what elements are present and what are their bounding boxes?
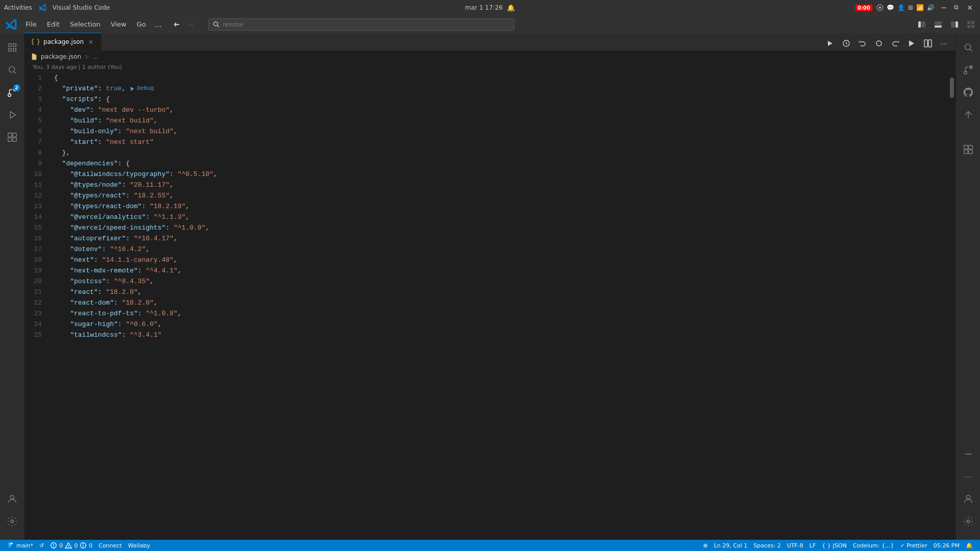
right-source-control-icon[interactable]: [958, 60, 978, 80]
line-num-10: 10: [24, 169, 46, 180]
status-prettier[interactable]: ✓ Prettier: [897, 540, 930, 551]
tab-filename: package.json: [43, 38, 84, 45]
title-bar: Activities Visual Studio Code mar 1 17:2…: [0, 0, 980, 15]
status-connect[interactable]: Connect: [95, 540, 125, 551]
status-zoom[interactable]: ⊕: [700, 540, 710, 551]
right-minus-icon[interactable]: [958, 444, 978, 464]
line-num-12: 12: [24, 190, 46, 201]
layout-customize[interactable]: [964, 17, 978, 32]
activities-label[interactable]: Activities: [4, 4, 32, 11]
menu-selection[interactable]: Selection: [65, 18, 106, 30]
activity-search[interactable]: [2, 60, 22, 80]
line-num-14: 14: [24, 212, 46, 222]
code-content[interactable]: { "private": true, Debug "scripts": { "d…: [50, 72, 948, 540]
activity-extensions[interactable]: [2, 127, 22, 147]
right-layout-icon[interactable]: [958, 139, 978, 160]
activity-bottom: [2, 489, 22, 536]
layout-sidebar-right[interactable]: [947, 17, 962, 32]
status-wallaby[interactable]: Wallaby: [125, 540, 153, 551]
sync-icon: ↺: [39, 542, 44, 549]
status-cursor[interactable]: Ln 29, Col 1: [711, 540, 751, 551]
wallaby-label: Wallaby: [128, 542, 150, 549]
split-editor-button[interactable]: [921, 36, 935, 51]
line-num-5: 5: [24, 115, 46, 126]
right-github-icon[interactable]: [958, 82, 978, 103]
code-editor[interactable]: 1 2 3 4 5 6 7 8 9 10 11 12 13 14 15 16 1…: [24, 72, 955, 540]
activity-settings[interactable]: [2, 511, 22, 532]
code-line-21: "react": "18.2.0",: [54, 287, 948, 297]
activity-accounts[interactable]: [2, 489, 22, 509]
svg-rect-2: [918, 21, 921, 28]
menu-edit[interactable]: Edit: [42, 18, 65, 30]
activity-run[interactable]: [2, 105, 22, 125]
title-bar-right: 0:00 💬 👤 ⊞ 📶 🔊 ─ ⧉ ✕: [855, 4, 976, 12]
minimize-btn[interactable]: ─: [939, 4, 949, 12]
svg-rect-24: [928, 40, 932, 47]
timeline-button[interactable]: [839, 36, 853, 51]
svg-point-22: [876, 41, 881, 46]
code-line-14: "@vercel/analytics": "^1.1.3",: [54, 212, 948, 222]
status-eol[interactable]: LF: [806, 540, 819, 551]
menu-go[interactable]: Go: [132, 18, 151, 30]
right-accounts-icon[interactable]: [958, 489, 978, 509]
line-num-3: 3: [24, 94, 46, 105]
editor-more-button[interactable]: ⋯: [937, 36, 951, 51]
right-deploy-icon[interactable]: [958, 105, 978, 125]
line-num-11: 11: [24, 180, 46, 190]
status-notification[interactable]: 🔔: [963, 540, 976, 551]
tab-package-json[interactable]: { } package.json ×: [24, 33, 102, 51]
right-search-icon[interactable]: [958, 37, 978, 58]
git-blame: You, 3 days ago | 1 author (You): [24, 62, 955, 72]
status-language[interactable]: { } JSON: [819, 540, 850, 551]
restore-btn[interactable]: ⧉: [951, 4, 962, 12]
redo-button[interactable]: [888, 36, 902, 51]
scrollbar-thumb[interactable]: [950, 78, 954, 98]
breadcrumb-file[interactable]: package.json: [41, 53, 81, 60]
chrome-icon: [876, 4, 884, 11]
nav-back-button[interactable]: [169, 17, 184, 32]
menu-more-button[interactable]: ...: [151, 18, 165, 31]
svg-point-20: [11, 520, 14, 523]
status-encoding[interactable]: UTF-8: [784, 540, 806, 551]
run-file-button[interactable]: [823, 36, 837, 51]
layout-panel-bottom[interactable]: [931, 17, 945, 32]
line-num-23: 23: [24, 308, 46, 319]
status-branch[interactable]: main*: [4, 540, 36, 551]
activity-source-control[interactable]: 2: [2, 82, 22, 103]
line-num-24: 24: [24, 319, 46, 330]
right-settings-icon[interactable]: [958, 511, 978, 532]
nav-forward-button[interactable]: [184, 17, 198, 32]
search-bar[interactable]: [208, 18, 514, 31]
code-line-18: "next": "14.1.1-canary.48",: [54, 255, 948, 265]
scrollbar-track[interactable]: [948, 72, 955, 540]
code-line-10: "@tailwindcss/typography": "^0.5.10",: [54, 169, 948, 180]
layout-sidebar-left[interactable]: [915, 17, 929, 32]
status-spaces[interactable]: Spaces: 2: [750, 540, 783, 551]
close-btn[interactable]: ✕: [964, 4, 976, 12]
undo-button[interactable]: [855, 36, 870, 51]
breadcrumb-more[interactable]: ...: [92, 53, 98, 60]
ext-icon: ⊞: [908, 4, 913, 11]
right-more-icon[interactable]: ⋯: [958, 466, 978, 487]
debug-continue-button[interactable]: [904, 36, 919, 51]
connect-label: Connect: [99, 542, 121, 549]
code-line-3: "scripts": {: [54, 94, 948, 105]
menu-file[interactable]: File: [20, 18, 42, 30]
svg-rect-9: [971, 21, 974, 24]
line-num-1: 1: [24, 72, 46, 83]
status-sync[interactable]: ↺: [36, 540, 47, 551]
git-blame-text: You, 3 days ago | 1 author (You): [33, 64, 122, 70]
right-bottom-icons: ⋯: [958, 466, 978, 536]
circle-button[interactable]: [872, 36, 886, 51]
inline-debug[interactable]: Debug: [130, 83, 154, 94]
svg-rect-29: [964, 145, 967, 149]
status-time[interactable]: 05:26 PM: [930, 540, 963, 551]
code-line-4: "dev": "next dev --turbo",: [54, 105, 948, 115]
status-codeium[interactable]: Codeium: {...}: [850, 540, 897, 551]
search-input[interactable]: [223, 21, 510, 28]
volume-icon: 🔊: [927, 4, 935, 11]
tab-close-button[interactable]: ×: [87, 38, 95, 46]
status-errors[interactable]: 0 0 0: [47, 540, 95, 551]
menu-view[interactable]: View: [106, 18, 132, 30]
activity-explorer[interactable]: [2, 37, 22, 58]
